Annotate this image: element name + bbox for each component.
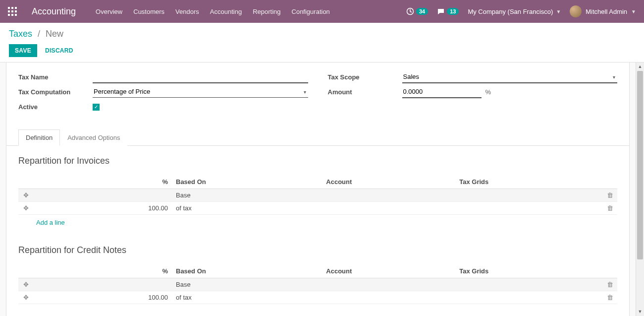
tax-scope-select[interactable] bbox=[402, 71, 618, 83]
chat-icon bbox=[437, 7, 445, 15]
menu-accounting[interactable]: Accounting bbox=[210, 8, 242, 15]
scroll-up-icon[interactable]: ▲ bbox=[636, 63, 644, 71]
cell-percent[interactable]: 100.00 bbox=[33, 202, 172, 215]
label-tax-name: Tax Name bbox=[18, 73, 93, 81]
apps-icon[interactable] bbox=[8, 7, 17, 16]
messaging-indicator[interactable]: 13 bbox=[437, 7, 459, 15]
caret-down-icon: ▼ bbox=[631, 9, 636, 14]
section-title: Repartition for Invoices bbox=[18, 156, 617, 166]
cell-account[interactable] bbox=[322, 202, 455, 215]
tab-bar: Definition Advanced Options bbox=[6, 129, 629, 146]
menu-reporting[interactable]: Reporting bbox=[253, 8, 280, 15]
avatar bbox=[570, 5, 582, 17]
delete-row-icon[interactable]: 🗑 bbox=[602, 189, 617, 202]
form-sheet: Tax Name Tax Computation ▾ Active ✓ bbox=[6, 63, 630, 316]
app-brand[interactable]: Accounting bbox=[32, 6, 76, 17]
table-row[interactable]: ✥ Base 🗑 bbox=[18, 278, 617, 291]
user-menu[interactable]: Mitchell Admin ▼ bbox=[570, 5, 636, 17]
clock-icon bbox=[406, 7, 414, 15]
add-line-link[interactable]: Add a line bbox=[18, 215, 617, 230]
cell-percent[interactable]: 100.00 bbox=[33, 291, 172, 304]
cell-tax-grids[interactable] bbox=[455, 278, 602, 291]
activity-badge: 34 bbox=[416, 8, 428, 15]
table-row[interactable]: ✥ 100.00 of tax 🗑 bbox=[18, 291, 617, 304]
delete-row-icon[interactable]: 🗑 bbox=[602, 202, 617, 215]
cell-tax-grids[interactable] bbox=[455, 291, 602, 304]
breadcrumb-root[interactable]: Taxes bbox=[9, 29, 32, 39]
amount-input[interactable] bbox=[402, 86, 482, 98]
top-navbar: Accounting Overview Customers Vendors Ac… bbox=[0, 0, 644, 23]
label-tax-scope: Tax Scope bbox=[328, 73, 402, 81]
cell-tax-grids[interactable] bbox=[455, 189, 602, 202]
label-amount: Amount bbox=[328, 88, 402, 96]
repartition-invoices-section: Repartition for Invoices % Based On Acco… bbox=[6, 146, 629, 235]
repartition-credit-notes-section: Repartition for Credit Notes % Based On … bbox=[6, 235, 629, 309]
company-name: My Company (San Francisco) bbox=[468, 8, 553, 15]
delete-row-icon[interactable]: 🗑 bbox=[602, 291, 617, 304]
caret-down-icon: ▼ bbox=[556, 9, 561, 14]
active-checkbox[interactable]: ✓ bbox=[93, 104, 100, 111]
col-account: Account bbox=[322, 264, 455, 278]
vertical-scrollbar[interactable]: ▲ ▼ bbox=[636, 63, 644, 316]
drag-handle-icon[interactable]: ✥ bbox=[18, 202, 33, 215]
activity-indicator[interactable]: 34 bbox=[406, 7, 428, 15]
delete-row-icon[interactable]: 🗑 bbox=[602, 278, 617, 291]
table-row[interactable]: ✥ Base 🗑 bbox=[18, 189, 617, 202]
cell-account[interactable] bbox=[322, 278, 455, 291]
repartition-credit-notes-table: % Based On Account Tax Grids ✥ Base 🗑 bbox=[18, 264, 617, 304]
col-percent: % bbox=[33, 175, 172, 189]
tax-name-input[interactable] bbox=[93, 71, 308, 83]
cell-percent[interactable] bbox=[33, 189, 172, 202]
cell-account[interactable] bbox=[322, 189, 455, 202]
col-based-on: Based On bbox=[172, 264, 322, 278]
discard-button[interactable]: Discard bbox=[39, 44, 79, 57]
user-name: Mitchell Admin bbox=[586, 8, 627, 15]
drag-handle-icon[interactable]: ✥ bbox=[18, 291, 33, 304]
col-based-on: Based On bbox=[172, 175, 322, 189]
main-menu: Overview Customers Vendors Accounting Re… bbox=[96, 8, 330, 15]
menu-vendors[interactable]: Vendors bbox=[175, 8, 199, 15]
label-tax-computation: Tax Computation bbox=[18, 88, 93, 96]
cell-based-on[interactable]: of tax bbox=[172, 202, 322, 215]
col-percent: % bbox=[33, 264, 172, 278]
tax-computation-select[interactable] bbox=[93, 86, 308, 98]
breadcrumb: Taxes / New bbox=[9, 29, 635, 39]
tab-definition[interactable]: Definition bbox=[18, 129, 60, 146]
cell-tax-grids[interactable] bbox=[455, 202, 602, 215]
repartition-invoices-table: % Based On Account Tax Grids ✥ Base 🗑 bbox=[18, 175, 617, 230]
company-switcher[interactable]: My Company (San Francisco) ▼ bbox=[468, 8, 561, 15]
cell-based-on[interactable]: Base bbox=[172, 278, 322, 291]
amount-suffix: % bbox=[485, 88, 491, 96]
message-badge: 13 bbox=[447, 8, 459, 15]
breadcrumb-current: New bbox=[46, 29, 63, 39]
section-title: Repartition for Credit Notes bbox=[18, 245, 617, 255]
scroll-thumb[interactable] bbox=[637, 71, 643, 259]
cell-based-on[interactable]: of tax bbox=[172, 291, 322, 304]
menu-overview[interactable]: Overview bbox=[96, 8, 122, 15]
cell-based-on[interactable]: Base bbox=[172, 189, 322, 202]
breadcrumb-separator: / bbox=[38, 29, 40, 39]
tab-advanced-options[interactable]: Advanced Options bbox=[60, 129, 127, 146]
menu-customers[interactable]: Customers bbox=[133, 8, 164, 15]
col-tax-grids: Tax Grids bbox=[455, 175, 602, 189]
drag-handle-icon[interactable]: ✥ bbox=[18, 189, 33, 202]
col-tax-grids: Tax Grids bbox=[455, 264, 602, 278]
control-panel: Taxes / New Save Discard bbox=[0, 23, 644, 63]
scroll-down-icon[interactable]: ▼ bbox=[636, 308, 644, 316]
drag-handle-icon[interactable]: ✥ bbox=[18, 278, 33, 291]
label-active: Active bbox=[18, 103, 93, 111]
cell-percent[interactable] bbox=[33, 278, 172, 291]
cell-account[interactable] bbox=[322, 291, 455, 304]
col-account: Account bbox=[322, 175, 455, 189]
table-row[interactable]: ✥ 100.00 of tax 🗑 bbox=[18, 202, 617, 215]
save-button[interactable]: Save bbox=[9, 44, 37, 57]
menu-configuration[interactable]: Configuration bbox=[292, 8, 330, 15]
